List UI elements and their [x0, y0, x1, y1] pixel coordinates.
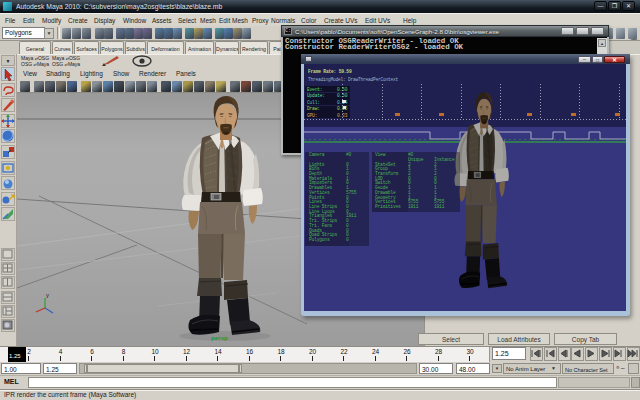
svg-text:y: y	[46, 292, 49, 298]
